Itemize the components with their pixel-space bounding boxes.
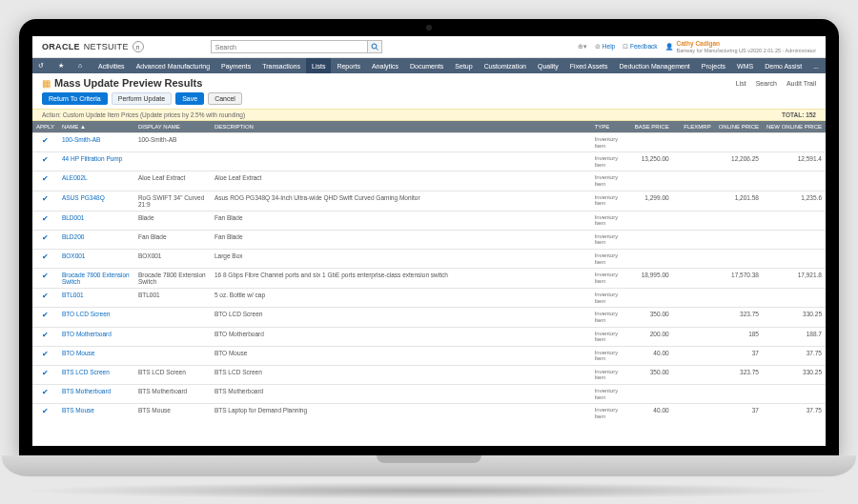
apply-checkbox[interactable]: ✔ xyxy=(32,211,58,230)
cell-name: BTO Motherboard xyxy=(58,327,134,346)
table-row: ✔BOX001BOX001Large BoxInventoryItem xyxy=(32,249,826,268)
apply-checkbox[interactable]: ✔ xyxy=(32,133,58,152)
apply-checkbox[interactable]: ✔ xyxy=(32,346,58,365)
nav-item-demo-assist[interactable]: Demo Assist xyxy=(759,58,807,73)
col-type[interactable]: TYPE xyxy=(591,121,631,133)
cell-type: InventoryItem xyxy=(591,133,631,152)
item-link[interactable]: BTL001 xyxy=(62,292,84,298)
nav-item-payments[interactable]: Payments xyxy=(215,58,256,73)
link-audit[interactable]: Audit Trail xyxy=(786,80,816,87)
cell-base-price xyxy=(631,230,673,249)
apply-checkbox[interactable]: ✔ xyxy=(32,269,58,289)
feedback-link[interactable]: ⊡ Feedback xyxy=(623,43,657,50)
apply-checkbox[interactable]: ✔ xyxy=(32,327,58,346)
cell-new-online-price: 1,235.6 xyxy=(763,191,826,211)
apply-checkbox[interactable]: ✔ xyxy=(32,152,58,171)
nav-item-activities[interactable]: Activities xyxy=(92,58,131,73)
help-link[interactable]: ⊘ Help xyxy=(595,43,615,50)
item-link[interactable]: BTS Mouse xyxy=(62,407,94,413)
nav-item-advanced-manufacturing[interactable]: Advanced Manufacturing xyxy=(131,58,215,73)
col-apply[interactable]: APPLY xyxy=(32,121,58,133)
perform-update-button[interactable]: Perform Update xyxy=(112,92,172,105)
nav-item-projects[interactable]: Projects xyxy=(696,58,731,73)
cell-description: Fan Blade xyxy=(211,211,591,230)
return-to-criteria-button[interactable]: Return To Criteria xyxy=(42,92,108,105)
search-input[interactable] xyxy=(211,40,367,53)
cell-description xyxy=(211,133,591,152)
item-link[interactable]: BTO Motherboard xyxy=(62,331,112,337)
logo-n-icon: n xyxy=(133,41,144,52)
nav-item-documents[interactable]: Documents xyxy=(404,58,449,73)
col-name[interactable]: NAME ▲ xyxy=(58,121,134,133)
link-list[interactable]: List xyxy=(736,80,746,87)
cell-new-online-price: 330.25 xyxy=(763,365,826,384)
item-link[interactable]: 100-Smith-AB xyxy=(62,136,100,143)
item-link[interactable]: BLD001 xyxy=(62,214,85,221)
col-online-price[interactable]: ONLINE PRICE xyxy=(715,121,763,133)
apply-checkbox[interactable]: ✔ xyxy=(32,289,58,308)
table-row: ✔BTL001BTL0015 oz. Bottle w/ capInventor… xyxy=(32,289,826,308)
item-link[interactable]: BTS Motherboard xyxy=(62,388,111,394)
nav-item-quality[interactable]: Quality xyxy=(532,58,564,73)
nav-item-transactions[interactable]: Transactions xyxy=(256,58,306,73)
apply-checkbox[interactable]: ✔ xyxy=(32,404,58,423)
cell-type: InventoryItem xyxy=(591,385,631,404)
apply-checkbox[interactable]: ✔ xyxy=(32,191,58,211)
cell-flexmrp xyxy=(673,152,715,171)
item-link[interactable]: BLD200 xyxy=(62,233,85,240)
cell-online-price xyxy=(715,289,763,308)
laptop-frame: ORACLE NETSUITE n ⊕▾ ⊘ Help ⊡ Feedback 👤 xyxy=(19,19,839,499)
col-description[interactable]: DESCRIPTION xyxy=(211,121,591,133)
cell-base-price: 18,995.00 xyxy=(631,269,673,289)
nav-item-reports[interactable]: Reports xyxy=(331,58,366,73)
col-display-name[interactable]: DISPLAY NAME xyxy=(134,121,211,133)
cell-display-name: Fan Blade xyxy=(134,230,211,249)
cell-base-price: 350.00 xyxy=(631,365,673,384)
nav-item-analytics[interactable]: Analytics xyxy=(366,58,404,73)
page-title: Mass Update Preview Results xyxy=(54,77,202,89)
cancel-button[interactable]: Cancel xyxy=(208,92,242,105)
nav-item--[interactable]: ... xyxy=(807,58,825,73)
nav-item-customization[interactable]: Customization xyxy=(479,58,532,73)
cell-name: BTO LCD Screen xyxy=(58,308,134,327)
nav-item-fixed-assets[interactable]: Fixed Assets xyxy=(564,58,614,73)
item-link[interactable]: 44 HP Filtration Pump xyxy=(62,155,122,162)
item-link[interactable]: Brocade 7800 Extension Switch xyxy=(62,272,130,285)
apply-checkbox[interactable]: ✔ xyxy=(32,308,58,327)
search-button[interactable] xyxy=(367,40,382,53)
apply-checkbox[interactable]: ✔ xyxy=(32,171,58,191)
top-header: ORACLE NETSUITE n ⊕▾ ⊘ Help ⊡ Feedback 👤 xyxy=(32,36,826,58)
header-right: ⊕▾ ⊘ Help ⊡ Feedback 👤 Cathy Cadigan Bai… xyxy=(578,40,816,52)
item-link[interactable]: BTO LCD Screen xyxy=(62,311,110,317)
cell-flexmrp xyxy=(673,171,715,191)
apply-checkbox[interactable]: ✔ xyxy=(32,365,58,384)
nav-recent-icon[interactable]: ↺ xyxy=(32,58,52,73)
nav-home-icon[interactable]: ⌂ xyxy=(72,58,92,73)
nav-item-deduction-management[interactable]: Deduction Management xyxy=(613,58,695,73)
col-base-price[interactable]: BASE PRICE xyxy=(631,121,673,133)
table-row: ✔BLD001BladeFan BladeInventoryItem xyxy=(32,211,826,230)
apply-checkbox[interactable]: ✔ xyxy=(32,249,58,268)
nav-item-wms[interactable]: WMS xyxy=(731,58,759,73)
cell-base-price: 350.00 xyxy=(631,308,673,327)
table-row: ✔ASUS PG348QRoG SWIFT 34" Curved 21:9Asu… xyxy=(32,191,826,211)
apply-checkbox[interactable]: ✔ xyxy=(32,230,58,249)
col-new-online-price[interactable]: NEW ONLINE PRICE xyxy=(763,121,826,133)
item-link[interactable]: BTS LCD Screen xyxy=(62,369,110,375)
apply-checkbox[interactable]: ✔ xyxy=(32,385,58,404)
item-link[interactable]: BTO Mouse xyxy=(62,350,95,356)
table-row: ✔Brocade 7800 Extension SwitchBrocade 78… xyxy=(32,269,826,289)
item-link[interactable]: BOX001 xyxy=(62,252,86,259)
nav-item-lists[interactable]: Lists xyxy=(306,58,331,73)
save-button[interactable]: Save xyxy=(175,92,204,105)
nav-star-icon[interactable]: ★ xyxy=(52,58,72,73)
item-link[interactable]: ASUS PG348Q xyxy=(62,194,105,201)
nav-item-setup[interactable]: Setup xyxy=(449,58,478,73)
results-table: APPLY NAME ▲ DISPLAY NAME DESCRIPTION TY… xyxy=(32,121,826,422)
link-search[interactable]: Search xyxy=(756,80,777,87)
globe-icon[interactable]: ⊕▾ xyxy=(578,43,587,50)
cell-new-online-price xyxy=(763,230,826,249)
item-link[interactable]: ALE002L xyxy=(62,174,88,181)
user-block[interactable]: 👤 Cathy Cadigan Bairway for Manufacturin… xyxy=(665,40,816,52)
col-flexmrp[interactable]: FLEXMRP xyxy=(673,121,715,133)
